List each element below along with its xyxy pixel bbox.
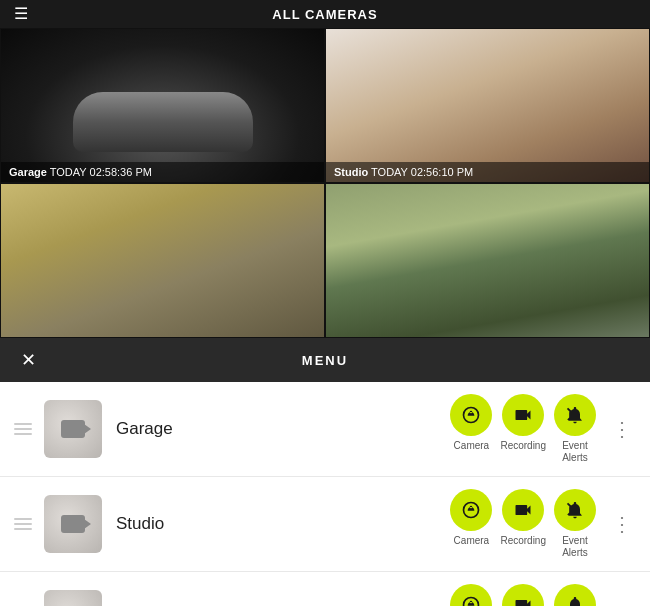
menu-title: MENU <box>302 353 348 368</box>
more-button-garage[interactable]: ⋮ <box>608 407 636 451</box>
list-item-patio: Patio Camera Recording <box>0 572 650 606</box>
recording-button-garage[interactable] <box>502 394 544 436</box>
action-recording-studio: Recording <box>500 489 546 547</box>
menu-icon[interactable]: ☰ <box>14 6 28 22</box>
actions-garage: Camera Recording EventAlerts ⋮ <box>450 394 636 464</box>
drag-handle-garage[interactable] <box>14 423 32 435</box>
alerts-button-patio[interactable] <box>554 584 596 606</box>
camera-button-garage[interactable] <box>450 394 492 436</box>
camera-grid: Garage TODAY 02:58:36 PM Studio TODAY 02… <box>0 28 650 338</box>
list-item-studio: Studio Camera Recording <box>0 477 650 572</box>
actions-studio: Camera Recording EventAlerts ⋮ <box>450 489 636 559</box>
camera-label-studio: Studio TODAY 02:56:10 PM <box>326 162 649 182</box>
camera-name-studio: Studio <box>116 514 450 534</box>
recording-label-text-garage: Recording <box>500 440 546 452</box>
camera-button-studio[interactable] <box>450 489 492 531</box>
camera-cell-porch[interactable] <box>0 183 325 338</box>
thumbnail-garage <box>44 400 102 458</box>
camera-name-garage: Garage <box>116 419 450 439</box>
page-title: ALL CAMERAS <box>272 7 377 22</box>
action-recording-garage: Recording <box>500 394 546 452</box>
alerts-label-text-garage: EventAlerts <box>562 440 588 464</box>
action-alerts-patio: EventAlerts <box>554 584 596 606</box>
camera-cell-garage[interactable]: Garage TODAY 02:58:36 PM <box>0 28 325 183</box>
actions-patio: Camera Recording EventAlerts ⋮ <box>450 584 636 606</box>
close-button[interactable]: ✕ <box>14 346 42 374</box>
more-button-patio[interactable]: ⋮ <box>608 597 636 606</box>
camera-button-patio[interactable] <box>450 584 492 606</box>
alerts-button-studio[interactable] <box>554 489 596 531</box>
camera-label-garage: Garage TODAY 02:58:36 PM <box>1 162 324 182</box>
action-group-patio: Camera Recording EventAlerts <box>450 584 596 606</box>
action-alerts-studio: EventAlerts <box>554 489 596 559</box>
top-bar: ☰ ALL CAMERAS <box>0 0 650 28</box>
action-alerts-garage: EventAlerts <box>554 394 596 464</box>
recording-button-patio[interactable] <box>502 584 544 606</box>
recording-label-text-studio: Recording <box>500 535 546 547</box>
action-group-garage: Camera Recording EventAlerts <box>450 394 596 464</box>
recording-button-studio[interactable] <box>502 489 544 531</box>
action-camera-garage: Camera <box>450 394 492 452</box>
menu-bar: ✕ MENU <box>0 338 650 382</box>
thumbnail-studio <box>44 495 102 553</box>
camera-cell-yard[interactable] <box>325 183 650 338</box>
camera-label-text-studio: Camera <box>454 535 490 547</box>
drag-handle-studio[interactable] <box>14 518 32 530</box>
action-camera-patio: Camera <box>450 584 492 606</box>
action-group-studio: Camera Recording EventAlerts <box>450 489 596 559</box>
camera-label-text-garage: Camera <box>454 440 490 452</box>
camera-cell-studio[interactable]: Studio TODAY 02:56:10 PM <box>325 28 650 183</box>
more-button-studio[interactable]: ⋮ <box>608 502 636 546</box>
alerts-button-garage[interactable] <box>554 394 596 436</box>
thumbnail-patio <box>44 590 102 606</box>
alerts-label-text-studio: EventAlerts <box>562 535 588 559</box>
action-recording-patio: Recording <box>500 584 546 606</box>
action-camera-studio: Camera <box>450 489 492 547</box>
list-item-garage: Garage Camera Recording <box>0 382 650 477</box>
camera-list: Garage Camera Recording <box>0 382 650 606</box>
